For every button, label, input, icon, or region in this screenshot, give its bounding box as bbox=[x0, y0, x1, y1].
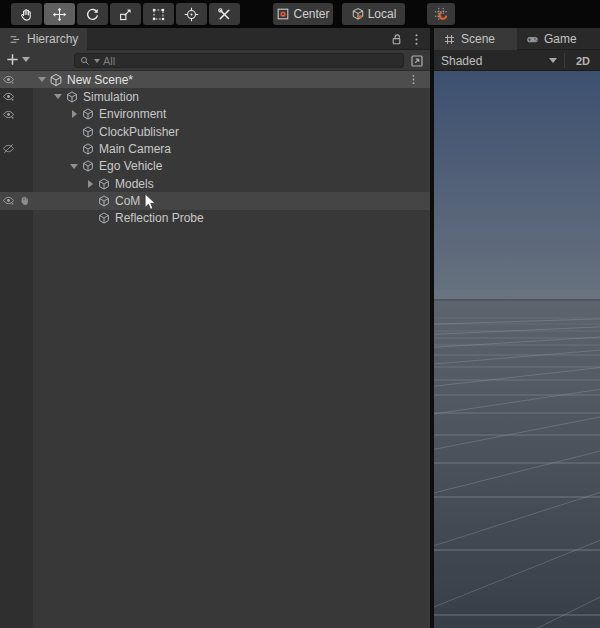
tab-scene[interactable]: Scene bbox=[434, 28, 517, 50]
eye-icon[interactable] bbox=[2, 194, 15, 207]
tab-hierarchy[interactable]: Hierarchy bbox=[0, 28, 87, 50]
scene-toolbar: Shaded 2D bbox=[434, 50, 600, 71]
lock-icon[interactable] bbox=[389, 32, 404, 47]
pivot-mode-button[interactable]: Center bbox=[273, 3, 333, 25]
foldout-down-icon[interactable] bbox=[67, 159, 81, 173]
rect-icon bbox=[151, 7, 166, 22]
tree-item-main-camera[interactable]: Main Camera bbox=[0, 140, 430, 157]
cube-icon bbox=[81, 107, 95, 121]
tree-item-com[interactable]: CoM bbox=[0, 192, 430, 209]
row-gutter bbox=[0, 88, 33, 105]
custom-tool-button[interactable] bbox=[209, 3, 240, 25]
tab-game[interactable]: Game bbox=[517, 28, 600, 50]
tree-item-simulation[interactable]: Simulation bbox=[0, 88, 430, 105]
wrench-icon bbox=[217, 7, 232, 22]
eye-icon[interactable] bbox=[2, 90, 15, 103]
cube-icon bbox=[65, 90, 79, 104]
tree-item-new-scene[interactable]: New Scene* bbox=[0, 71, 430, 88]
rotate-icon bbox=[85, 7, 100, 22]
foldout-spacer bbox=[83, 194, 97, 208]
tree-item-label: Models bbox=[115, 177, 154, 191]
plus-icon bbox=[5, 52, 20, 67]
row-gutter bbox=[0, 123, 33, 140]
transform-tools-group bbox=[11, 3, 240, 25]
rect-tool-button[interactable] bbox=[143, 3, 174, 25]
tree-item-label: Ego Vehicle bbox=[99, 159, 162, 173]
hierarchy-search-field[interactable] bbox=[74, 53, 404, 68]
eye-icon[interactable] bbox=[2, 108, 15, 121]
cube-icon bbox=[81, 159, 95, 173]
foldout-spacer bbox=[67, 142, 81, 156]
foldout-down-icon[interactable] bbox=[35, 73, 49, 87]
tree-item-ego-vehicle[interactable]: Ego Vehicle bbox=[0, 158, 430, 175]
scale-icon bbox=[118, 7, 133, 22]
tab-label: Game bbox=[544, 32, 577, 46]
rotate-tool-button[interactable] bbox=[77, 3, 108, 25]
tree-item-clockpublisher[interactable]: ClockPublisher bbox=[0, 123, 430, 140]
hierarchy-tabstrip: Hierarchy bbox=[0, 28, 430, 50]
transform-tool-button[interactable] bbox=[176, 3, 207, 25]
eye-icon[interactable] bbox=[2, 73, 15, 86]
item-kebab-icon[interactable] bbox=[407, 73, 420, 86]
2d-toggle-button[interactable]: 2D bbox=[571, 52, 595, 69]
open-search-window-icon[interactable] bbox=[408, 52, 426, 69]
pivot-mode-label: Center bbox=[293, 7, 329, 21]
main-toolbar: Center Local bbox=[0, 0, 600, 28]
search-filter-caret-icon bbox=[94, 59, 100, 63]
row-gutter bbox=[0, 71, 33, 88]
tree-item-label: ClockPublisher bbox=[99, 125, 179, 139]
scene-viewport[interactable] bbox=[434, 71, 600, 628]
row-gutter bbox=[0, 158, 33, 175]
unity-scene-icon bbox=[49, 73, 63, 87]
row-gutter bbox=[0, 175, 33, 192]
tree-item-label: Reflection Probe bbox=[115, 211, 204, 225]
tree-item-label: Simulation bbox=[83, 90, 139, 104]
shading-mode-label: Shaded bbox=[441, 54, 482, 68]
foldout-right-icon[interactable] bbox=[83, 177, 97, 191]
hierarchy-menu-kebab-icon[interactable] bbox=[409, 32, 424, 47]
shading-mode-dropdown[interactable]: Shaded bbox=[438, 52, 560, 69]
foldout-spacer bbox=[67, 125, 81, 139]
toolbar-separator bbox=[564, 53, 565, 68]
tree-item-reflection-probe[interactable]: Reflection Probe bbox=[0, 210, 430, 227]
cube-icon bbox=[97, 211, 111, 225]
tree-item-label: New Scene* bbox=[67, 73, 133, 87]
cube-icon bbox=[97, 177, 111, 191]
eye-off-icon[interactable] bbox=[2, 142, 15, 155]
hierarchy-tree: New Scene*SimulationEnvironmentClockPubl… bbox=[0, 71, 430, 628]
cube-icon bbox=[81, 142, 95, 156]
tree-item-label: Main Camera bbox=[99, 142, 171, 156]
local-cube-icon bbox=[351, 7, 365, 21]
hand-pick-icon[interactable] bbox=[18, 194, 31, 207]
search-input[interactable] bbox=[103, 55, 399, 67]
unity-editor-window: Center Local Hierarchy bbox=[0, 0, 600, 628]
tree-item-label: Environment bbox=[99, 107, 166, 121]
hand-icon bbox=[19, 7, 34, 22]
foldout-down-icon[interactable] bbox=[51, 90, 65, 104]
create-object-button[interactable] bbox=[5, 52, 30, 67]
row-gutter bbox=[0, 140, 33, 157]
view-tool-button[interactable] bbox=[11, 3, 42, 25]
grid-snap-button[interactable] bbox=[427, 3, 455, 25]
row-gutter bbox=[0, 106, 33, 123]
rotation-mode-button[interactable]: Local bbox=[342, 3, 405, 25]
foldout-spacer bbox=[83, 211, 97, 225]
rotation-mode-label: Local bbox=[368, 7, 397, 21]
hierarchy-toolbar bbox=[0, 50, 430, 71]
foldout-right-icon[interactable] bbox=[67, 107, 81, 121]
mouse-cursor-icon bbox=[144, 193, 157, 212]
tree-item-label: CoM bbox=[115, 194, 140, 208]
move-tool-button[interactable] bbox=[44, 3, 75, 25]
chevron-down-icon bbox=[22, 57, 30, 62]
tab-hierarchy-label: Hierarchy bbox=[27, 32, 78, 46]
move-icon bbox=[52, 7, 67, 22]
gamepad-icon bbox=[526, 33, 539, 46]
scale-tool-button[interactable] bbox=[110, 3, 141, 25]
chevron-down-icon bbox=[549, 58, 557, 63]
hierarchy-panel: Hierarchy bbox=[0, 28, 430, 628]
tree-item-models[interactable]: Models bbox=[0, 175, 430, 192]
scene-panel: SceneGame Shaded 2D bbox=[434, 28, 600, 628]
tree-item-environment[interactable]: Environment bbox=[0, 106, 430, 123]
row-gutter bbox=[0, 192, 33, 209]
grid-icon bbox=[443, 33, 456, 46]
